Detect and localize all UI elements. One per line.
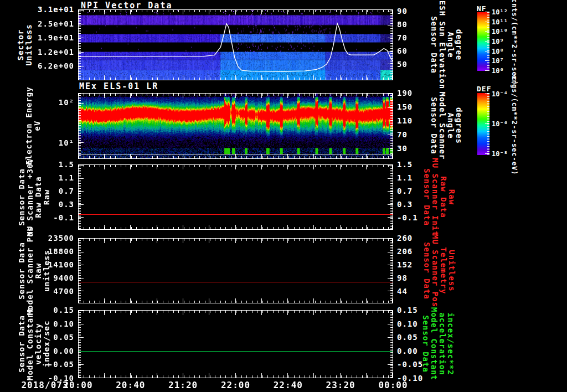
label-line: Raw (43, 158, 51, 236)
colorbar-tick (485, 94, 489, 94)
major-tick-x (366, 239, 367, 243)
major-tick-x (261, 154, 262, 158)
major-tick-y (388, 265, 393, 265)
major-tick-y (79, 191, 84, 192)
major-tick-x (78, 75, 79, 80)
major-tick-y (79, 337, 84, 338)
label-line: Telemetry (439, 234, 447, 307)
y-tick-label: 50 (397, 60, 436, 69)
minor-ticks-top (79, 10, 393, 12)
major-tick-x (313, 75, 314, 80)
major-tick-x (340, 94, 341, 98)
major-tick-x (340, 225, 341, 229)
major-tick-x (287, 154, 288, 158)
major-tick-x (313, 373, 314, 378)
major-tick-x (130, 10, 131, 14)
major-tick-x (287, 298, 288, 303)
x-tick-label: 00:00 (370, 380, 416, 390)
major-tick-x (340, 165, 341, 169)
y-tick-label: 70 (397, 33, 436, 42)
y-tick-label: 1.9e+01 (0, 33, 74, 42)
major-tick-x (261, 225, 262, 229)
label-line: Sensor Data (422, 158, 431, 236)
major-tick-y (388, 378, 393, 378)
panel-els-spectrogram (78, 93, 393, 159)
colorbar-nf (477, 12, 489, 71)
colorbar-tick (485, 41, 489, 42)
y-tick-label: 44 (397, 287, 436, 296)
major-tick-x (183, 298, 183, 303)
colorbar-tick-label: 10⁻⁴ (492, 90, 520, 98)
major-tick-x (313, 311, 314, 315)
colorbar-tick-label: 10⁹ (492, 38, 520, 45)
major-tick-y (388, 311, 393, 311)
label-line: MU Scanner Init (431, 158, 439, 236)
x-tick-label: 23:20 (317, 380, 364, 390)
major-tick-y (388, 121, 393, 121)
y-tick-label: 90 (397, 7, 436, 16)
major-tick-x (287, 239, 288, 243)
y-tick-label: 60 (397, 47, 436, 55)
y-tick-label: 206 (397, 247, 436, 256)
major-tick-x (235, 225, 236, 229)
major-tick-x (287, 10, 288, 14)
major-tick-x (157, 373, 157, 378)
panel-title-els: MEx ELS-01 LR (79, 81, 158, 91)
major-tick-y (79, 52, 84, 53)
colorbar-tick-label: 10⁷ (492, 57, 520, 65)
colorbar-tick (485, 51, 489, 51)
major-tick-y (79, 378, 84, 378)
colorbar-tick-label: 10¹¹ (492, 18, 520, 26)
y-tick-label: 98 (397, 274, 436, 282)
y-tick-label: 0.7 (397, 187, 436, 195)
major-tick-x (392, 94, 393, 98)
colorbar-tick-label: 10⁻⁶ (492, 120, 520, 128)
colorbar-tick (485, 22, 489, 22)
right-axis-label-scanpos: Sensor DataMU Scanner PosTelemetryUnitle… (422, 234, 456, 307)
y-tick-label: 260 (397, 234, 436, 243)
major-tick-x (157, 165, 157, 169)
y-tick-label: 152 (397, 260, 436, 269)
major-tick-x (130, 225, 131, 229)
major-tick-x (157, 225, 157, 229)
major-tick-x (392, 10, 393, 14)
y-tick-label: 0.15 (0, 306, 74, 314)
major-tick-x (209, 239, 209, 243)
label-line: Raw (447, 158, 456, 236)
major-tick-x (392, 298, 393, 303)
major-tick-y (388, 25, 393, 25)
major-tick-y (79, 103, 84, 104)
label-line: Sector (17, 24, 25, 65)
major-tick-x (366, 75, 367, 80)
label-line: velocity (34, 307, 43, 380)
major-tick-x (130, 311, 131, 315)
minor-ticks-right (390, 165, 393, 229)
major-tick-x (157, 10, 157, 14)
major-tick-x (261, 373, 262, 378)
colorbar-tick (485, 60, 489, 61)
colorbar-tick (485, 153, 489, 154)
minor-ticks-left (79, 311, 81, 378)
major-tick-x (340, 154, 341, 158)
major-tick-x (130, 373, 131, 378)
major-tick-y (79, 165, 84, 166)
colorbar-tick-label: 10¹² (492, 8, 520, 16)
y-tick-label: 1.1 (0, 173, 74, 182)
major-tick-y (388, 107, 393, 108)
major-tick-y (79, 278, 84, 278)
major-tick-y (79, 10, 84, 11)
y-tick-label: 80 (397, 20, 436, 29)
major-tick-x (78, 298, 79, 303)
sun-elevation-curve (79, 10, 393, 80)
right-axis-label-mu30v: Sensor DataMU Scanner InitRaw DataRaw (422, 158, 456, 236)
y-tick-label: 0.00 (0, 347, 74, 355)
y-tick-label: 23500 (0, 234, 74, 243)
major-tick-y (79, 311, 84, 311)
minor-ticks-right (390, 311, 393, 378)
major-tick-y (388, 51, 393, 51)
major-tick-y (79, 252, 84, 252)
major-tick-x (261, 311, 262, 315)
major-tick-y (79, 291, 84, 291)
major-tick-x (366, 225, 367, 229)
major-tick-x (366, 373, 367, 378)
